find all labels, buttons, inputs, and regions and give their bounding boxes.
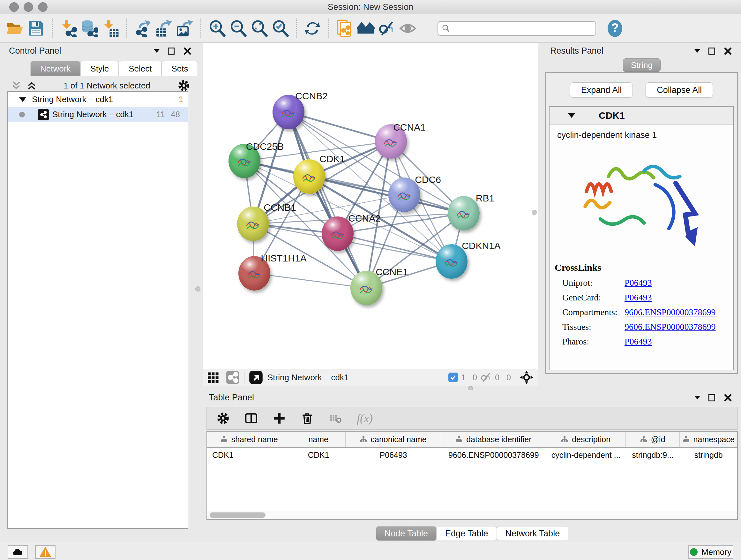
import-network-from-file-icon[interactable] <box>58 18 79 39</box>
network-edge[interactable] <box>254 273 366 288</box>
cell-database-identifier[interactable]: 9606.ENSP00000378699 <box>441 448 546 462</box>
protein-thumbnail <box>244 216 262 234</box>
float-panel-icon[interactable] <box>708 47 716 55</box>
table-options-gear-icon[interactable] <box>216 412 230 425</box>
warnings-button[interactable] <box>35 545 56 559</box>
collapse-all-button[interactable]: Collapse All <box>646 82 713 98</box>
collapse-all-networks-icon[interactable] <box>11 81 21 90</box>
column-header-description[interactable]: description <box>546 432 625 447</box>
crosslink-label: Compartments: <box>562 307 624 317</box>
column-type-icon <box>360 436 367 443</box>
tab-network-table[interactable]: Network Table <box>497 526 569 541</box>
string-home-icon[interactable] <box>355 18 376 39</box>
network-collection-row[interactable]: String Network – cdk1 1 <box>8 92 188 107</box>
close-panel-icon[interactable] <box>724 394 732 402</box>
scrollbar-thumb[interactable] <box>210 512 266 518</box>
string-protein-query-icon[interactable] <box>334 18 355 39</box>
pharos-link[interactable]: P06493 <box>624 336 652 347</box>
column-header-name[interactable]: name <box>291 432 346 447</box>
export-image-icon[interactable] <box>174 18 195 39</box>
genecard-link[interactable]: P06493 <box>624 293 652 303</box>
tab-style[interactable]: Style <box>80 61 119 76</box>
expand-all-networks-icon[interactable] <box>27 81 37 90</box>
gene-detail-card: CDK1 cyclin-dependent kinase 1 <box>549 106 734 370</box>
splitter-handle[interactable] <box>195 287 200 292</box>
panel-menu-icon[interactable] <box>154 49 159 53</box>
tab-network[interactable]: Network <box>30 61 80 76</box>
memory-button[interactable]: Memory <box>688 545 733 559</box>
network-node-RB1[interactable] <box>448 196 480 231</box>
collection-count: 1 <box>179 95 183 105</box>
zoom-selected-icon[interactable] <box>270 18 291 39</box>
network-options-gear-icon[interactable] <box>178 79 190 92</box>
export-network-icon[interactable] <box>132 18 153 39</box>
network-row[interactable]: String Network – cdk1 11 48 <box>8 107 188 122</box>
delete-column-icon[interactable] <box>300 412 314 425</box>
tab-edge-table[interactable]: Edge Table <box>436 526 497 541</box>
float-panel-icon[interactable] <box>167 47 176 55</box>
hide-structure-images-icon[interactable] <box>376 18 397 39</box>
cell-shared-name[interactable]: CDK1 <box>207 448 291 462</box>
network-node-CDK1[interactable] <box>293 159 325 194</box>
import-table-from-file-icon[interactable] <box>100 18 121 39</box>
column-header-database-identifier[interactable]: database identifier <box>441 432 546 447</box>
expand-all-button[interactable]: Expand All <box>570 82 633 98</box>
cloud-status-button[interactable] <box>8 545 28 559</box>
network-node-label: CDK1 <box>320 153 345 165</box>
panel-menu-icon[interactable] <box>694 49 700 53</box>
grid-view-icon[interactable] <box>207 371 220 384</box>
string-results-container: Expand All Collapse All CDK1 cyclin-depe… <box>545 72 738 374</box>
cell-namespace[interactable]: stringdb <box>680 448 737 462</box>
gene-collapse-icon[interactable] <box>568 113 575 118</box>
zoom-out-icon[interactable] <box>227 18 249 39</box>
zoom-in-icon[interactable] <box>206 18 227 39</box>
zoom-fit-icon[interactable] <box>249 18 270 39</box>
open-session-icon[interactable] <box>4 18 25 39</box>
tab-string-results[interactable]: String <box>623 58 661 72</box>
column-type-icon <box>683 436 690 443</box>
splitter-handle[interactable] <box>532 210 537 215</box>
show-enhanced-labels-icon[interactable] <box>397 18 418 39</box>
column-header-namespace[interactable]: namespace <box>680 432 737 447</box>
string-view-icon[interactable] <box>226 370 240 384</box>
column-header-canonical-name[interactable]: canonical name <box>346 432 441 447</box>
column-header-id[interactable]: @id <box>626 432 680 447</box>
protein-structure-image <box>573 143 710 260</box>
cloud-icon <box>12 548 23 557</box>
network-canvas[interactable]: CCNB2CCNA1CDC25BCDK1CDC6RB1CCNB1CCNA2CDK… <box>203 43 538 369</box>
tab-sets[interactable]: Sets <box>161 61 198 76</box>
table-row[interactable]: CDK1 CDK1 P06493 9606.ENSP00000378699 cy… <box>207 448 737 462</box>
network-node-label: HIST1H1A <box>261 253 307 264</box>
show-columns-icon[interactable] <box>245 412 258 425</box>
refresh-view-icon[interactable] <box>302 18 323 39</box>
selected-nodes-checkbox[interactable] <box>448 373 458 382</box>
table-panel-tabs: Node Table Edge Table Network Table <box>203 526 741 541</box>
tissues-link[interactable]: 9606.ENSP00000378699 <box>624 322 716 332</box>
cell-description[interactable]: cyclin-dependent ... <box>546 448 625 462</box>
control-panel: Control Panel Network Style Select Sets … <box>0 43 200 543</box>
close-panel-icon[interactable] <box>724 47 732 55</box>
panel-menu-icon[interactable] <box>694 396 700 399</box>
help-icon[interactable]: ? <box>604 18 625 39</box>
cell-id[interactable]: stringdb:9... <box>626 448 680 462</box>
collection-expand-icon[interactable] <box>19 98 26 102</box>
gene-card-header[interactable]: CDK1 <box>549 107 733 125</box>
search-input[interactable] <box>450 23 584 33</box>
crosslinks-section: CrossLinks Uniprot:P06493 GeneCard:P0649… <box>549 260 733 349</box>
uniprot-link[interactable]: P06493 <box>624 278 652 288</box>
export-table-icon[interactable] <box>153 18 174 39</box>
add-column-icon[interactable] <box>273 412 286 425</box>
import-network-from-database-icon[interactable] <box>79 18 100 39</box>
column-header-shared-name[interactable]: shared name <box>207 432 291 447</box>
tab-select[interactable]: Select <box>119 61 161 76</box>
compartments-link[interactable]: 9606.ENSP00000378699 <box>624 307 716 317</box>
network-node-label: CCNB1 <box>264 202 296 213</box>
cell-canonical-name[interactable]: P06493 <box>346 448 441 462</box>
tab-node-table[interactable]: Node Table <box>376 526 436 541</box>
fit-selected-crosshair-icon[interactable] <box>519 370 534 385</box>
save-session-icon[interactable] <box>25 18 47 39</box>
cell-name[interactable]: CDK1 <box>291 448 346 462</box>
float-panel-icon[interactable] <box>708 394 716 402</box>
birds-eye-view-icon[interactable] <box>249 370 263 384</box>
close-panel-icon[interactable] <box>183 47 192 55</box>
